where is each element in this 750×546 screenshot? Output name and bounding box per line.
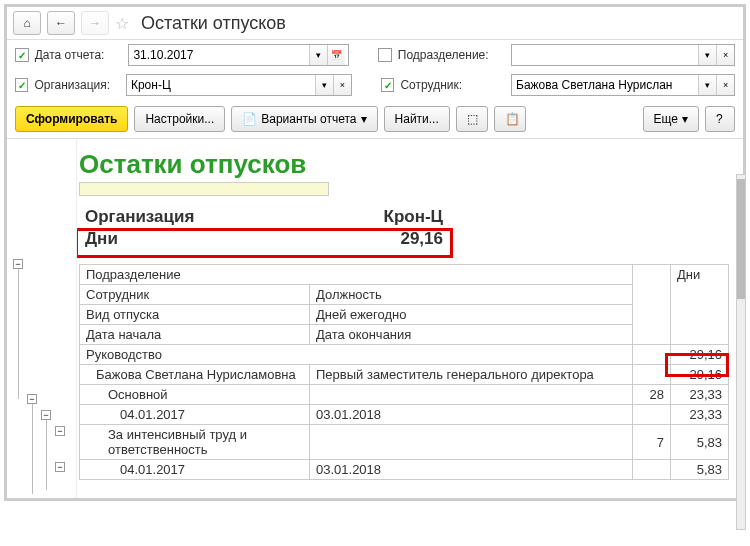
org-dropdown-icon[interactable]: ▾ <box>315 75 333 95</box>
summary-org-value: Крон-Ц <box>299 206 449 228</box>
settings-button[interactable]: Настройки... <box>134 106 225 132</box>
summary-days-value: 29,16 <box>299 228 449 250</box>
data-table: Подразделение Дни Сотрудник Должность Ви… <box>79 264 729 480</box>
title-underline <box>79 182 329 196</box>
emp-clear-icon[interactable]: × <box>716 75 734 95</box>
table-row: За интенсивный труд и ответственность 7 … <box>80 425 729 460</box>
table-row: 04.01.2017 03.01.2018 23,33 <box>80 405 729 425</box>
tree-toggle[interactable]: − <box>41 410 51 420</box>
date-checkbox[interactable] <box>15 48 29 62</box>
table-row: 04.01.2017 03.01.2018 5,83 <box>80 460 729 480</box>
variants-icon: 📄 <box>242 112 257 126</box>
expand-button[interactable]: ⬚ <box>456 106 488 132</box>
home-button[interactable]: ⌂ <box>13 11 41 35</box>
org-label: Организация: <box>34 78 120 92</box>
division-dropdown-icon[interactable]: ▾ <box>698 45 716 65</box>
page-title: Остатки отпусков <box>141 13 286 34</box>
summary-days-label: Дни <box>79 228 299 250</box>
group-days: 29,16 <box>671 345 729 365</box>
emp-checkbox[interactable] <box>381 78 394 92</box>
help-button[interactable]: ? <box>705 106 735 132</box>
vertical-scrollbar[interactable] <box>736 174 746 505</box>
division-checkbox[interactable] <box>378 48 392 62</box>
org-clear-icon[interactable]: × <box>333 75 351 95</box>
summary-org-label: Организация <box>79 206 299 228</box>
hdr-days-yearly: Дней ежегодно <box>310 305 633 325</box>
chevron-down-icon: ▾ <box>361 112 367 126</box>
tree-toggle[interactable]: − <box>55 426 65 436</box>
back-button[interactable]: ← <box>47 11 75 35</box>
form-button[interactable]: Сформировать <box>15 106 128 132</box>
date-input[interactable] <box>129 45 309 65</box>
table-row: Бажова Светлана Нурисламовна Первый заме… <box>80 365 729 385</box>
table-row: Основной 28 23,33 <box>80 385 729 405</box>
find-button[interactable]: Найти... <box>384 106 450 132</box>
chevron-down-icon: ▾ <box>682 112 688 126</box>
tree-gutter: − − − − − <box>7 139 77 498</box>
hdr-division: Подразделение <box>80 265 633 285</box>
summary-table: Организация Крон-Ц Дни 29,16 <box>79 206 449 250</box>
emp-input[interactable] <box>512 75 698 95</box>
hdr-end: Дата окончания <box>310 325 633 345</box>
favorite-icon[interactable]: ☆ <box>115 14 129 33</box>
tree-toggle[interactable]: − <box>55 462 65 472</box>
division-input[interactable] <box>512 45 698 65</box>
report-title: Остатки отпусков <box>79 149 729 180</box>
division-clear-icon[interactable]: × <box>716 45 734 65</box>
more-button[interactable]: Еще ▾ <box>643 106 699 132</box>
print-button[interactable]: 📋 <box>494 106 526 132</box>
org-input[interactable] <box>127 75 315 95</box>
emp-label: Сотрудник: <box>400 78 505 92</box>
date-dropdown-icon[interactable]: ▾ <box>309 45 327 65</box>
calendar-icon[interactable]: 📅 <box>327 45 345 65</box>
hdr-employee: Сотрудник <box>80 285 310 305</box>
tree-toggle[interactable]: − <box>27 394 37 404</box>
scroll-thumb[interactable] <box>737 179 745 299</box>
org-checkbox[interactable] <box>15 78 28 92</box>
forward-button: → <box>81 11 109 35</box>
group-row: Руководство <box>80 345 633 365</box>
hdr-days: Дни <box>671 265 729 345</box>
variants-button[interactable]: 📄Варианты отчета ▾ <box>231 106 377 132</box>
tree-toggle[interactable]: − <box>13 259 23 269</box>
emp-dropdown-icon[interactable]: ▾ <box>698 75 716 95</box>
hdr-leave-type: Вид отпуска <box>80 305 310 325</box>
division-label: Подразделение: <box>398 48 505 62</box>
date-label: Дата отчета: <box>35 48 123 62</box>
hdr-start: Дата начала <box>80 325 310 345</box>
hdr-position: Должность <box>310 285 633 305</box>
